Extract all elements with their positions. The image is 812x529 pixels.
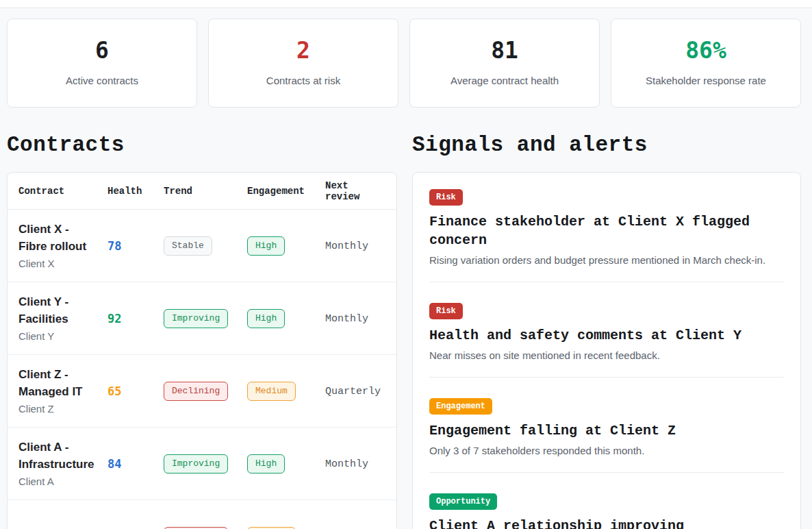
- trend-badge: Declining: [164, 382, 228, 401]
- stat-card: 6Active contracts: [7, 19, 197, 108]
- trend-badge: Stable: [164, 236, 212, 256]
- next-review-cell: Monthly: [325, 312, 385, 325]
- alert-divider: [429, 282, 784, 282]
- alert-title: Engagement falling at Client Z: [429, 421, 784, 440]
- column-header-health: Health: [107, 186, 164, 197]
- table-row: Client Z - Managed ITClient Z65Declining…: [8, 355, 396, 428]
- column-header-next-review: Next review: [325, 180, 385, 202]
- table-header-row: ContractHealthTrendEngagementNext review: [8, 173, 396, 210]
- alert-title: Finance stakeholder at Client X flagged …: [429, 212, 784, 249]
- alert-title: Client A relationship improving: [429, 517, 784, 529]
- engagement-badge: High: [247, 309, 285, 328]
- trend-cell: Improving: [164, 454, 247, 473]
- table-row: Client B -DecliningMedium: [8, 500, 396, 529]
- trend-cell: Improving: [164, 309, 247, 328]
- alert-title: Health and safety comments at Client Y: [429, 326, 784, 345]
- trend-badge: Declining: [164, 527, 228, 529]
- table-row: Client Y - FacilitiesClient Y92Improving…: [8, 282, 396, 355]
- contract-name-cell: Client X - Fibre rolloutClient X: [18, 221, 107, 271]
- stat-value: 6: [95, 38, 109, 63]
- alert-item: EngagementEngagement falling at Client Z…: [429, 398, 784, 458]
- health-cell: 92: [107, 312, 164, 325]
- trend-badge: Improving: [164, 309, 228, 328]
- contracts-title: Contracts: [7, 132, 397, 158]
- trend-cell: Declining: [164, 527, 247, 529]
- engagement-cell: Medium: [247, 527, 325, 529]
- alert-item: RiskHealth and safety comments at Client…: [429, 303, 784, 362]
- contract-name: Client Y - Facilities: [18, 293, 94, 328]
- alert-description: Near misses on site mentioned in recent …: [429, 349, 784, 362]
- alert-category-badge: Risk: [429, 303, 463, 319]
- table-row: Client X - Fibre rolloutClient X78Stable…: [8, 210, 396, 282]
- next-review-cell: Quarterly: [325, 384, 385, 397]
- engagement-cell: High: [247, 454, 325, 473]
- contract-name-cell: Client A - InfrastructureClient A: [18, 439, 107, 489]
- alert-divider: [429, 472, 784, 473]
- engagement-badge: High: [247, 236, 285, 256]
- alert-divider: [429, 377, 784, 378]
- contract-client: Client Z: [18, 402, 94, 416]
- engagement-cell: High: [247, 309, 325, 328]
- health-cell: 78: [107, 239, 164, 253]
- alert-category-badge: Risk: [429, 189, 463, 206]
- alert-description: Only 3 of 7 stakeholders responded this …: [429, 444, 784, 458]
- health-value: 65: [107, 384, 121, 398]
- contract-name: Client Z - Managed IT: [18, 366, 94, 400]
- contract-name: Client A - Infrastructure: [18, 439, 94, 473]
- contract-client: Client A: [18, 475, 94, 489]
- contract-name-cell: Client Z - Managed ITClient Z: [18, 366, 107, 416]
- stat-card: 81Average contract health: [409, 19, 600, 108]
- next-review: Monthly: [325, 241, 368, 252]
- stat-card: 2Contracts at risk: [208, 19, 398, 108]
- alerts-panel: RiskFinance stakeholder at Client X flag…: [412, 172, 801, 529]
- alert-category-badge: Engagement: [429, 398, 492, 415]
- signals-section: Signals and alerts RiskFinance stakehold…: [412, 108, 801, 529]
- health-cell: 65: [107, 384, 164, 398]
- engagement-badge: Medium: [247, 382, 296, 401]
- stat-card: 86%Stakeholder response rate: [611, 19, 801, 108]
- engagement-badge: High: [247, 454, 285, 473]
- contract-client: Client Y: [18, 330, 94, 343]
- engagement-cell: High: [247, 236, 325, 256]
- contract-client: Client X: [18, 257, 94, 271]
- trend-badge: Improving: [164, 454, 228, 473]
- stat-value: 81: [491, 38, 518, 63]
- main-columns: Contracts ContractHealthTrendEngagementN…: [7, 108, 801, 529]
- column-header-trend: Trend: [164, 186, 247, 197]
- column-header-engagement: Engagement: [247, 186, 325, 197]
- trend-cell: Declining: [164, 382, 247, 401]
- stat-label: Contracts at risk: [266, 74, 340, 88]
- health-value: 78: [107, 239, 121, 253]
- stats-row: 6Active contracts2Contracts at risk81Ave…: [7, 19, 801, 108]
- engagement-cell: Medium: [247, 382, 325, 401]
- contract-name-cell: Client Y - FacilitiesClient Y: [18, 293, 107, 343]
- health-cell: 84: [107, 457, 164, 471]
- alert-category-badge: Opportunity: [429, 493, 497, 510]
- health-value: 84: [107, 457, 121, 471]
- alert-description: Rising variation orders and budget press…: [429, 254, 784, 267]
- stat-label: Stakeholder response rate: [646, 74, 766, 88]
- next-review: Monthly: [325, 458, 368, 470]
- contract-name: Client X - Fibre rollout: [18, 221, 94, 255]
- alert-item: RiskFinance stakeholder at Client X flag…: [429, 189, 784, 267]
- column-header-contract: Contract: [18, 186, 107, 197]
- stat-value: 86%: [685, 38, 726, 63]
- signals-title: Signals and alerts: [412, 132, 801, 158]
- alert-item: OpportunityClient A relationship improvi…: [429, 493, 784, 529]
- next-review-cell: Monthly: [325, 457, 385, 470]
- stat-label: Average contract health: [451, 74, 559, 88]
- next-review-cell: Monthly: [325, 239, 385, 252]
- table-body: Client X - Fibre rolloutClient X78Stable…: [8, 210, 396, 529]
- stat-label: Active contracts: [66, 74, 138, 88]
- next-review: Monthly: [325, 313, 368, 325]
- contracts-table-panel: ContractHealthTrendEngagementNext review…: [7, 172, 397, 529]
- next-review: Quarterly: [325, 386, 381, 397]
- table-row: Client A - InfrastructureClient A84Impro…: [8, 428, 396, 500]
- stat-value: 2: [296, 38, 310, 63]
- top-bar: [0, 0, 812, 8]
- health-value: 92: [107, 312, 121, 325]
- contracts-section: Contracts ContractHealthTrendEngagementN…: [7, 108, 397, 529]
- engagement-badge: Medium: [247, 527, 296, 529]
- trend-cell: Stable: [164, 236, 247, 256]
